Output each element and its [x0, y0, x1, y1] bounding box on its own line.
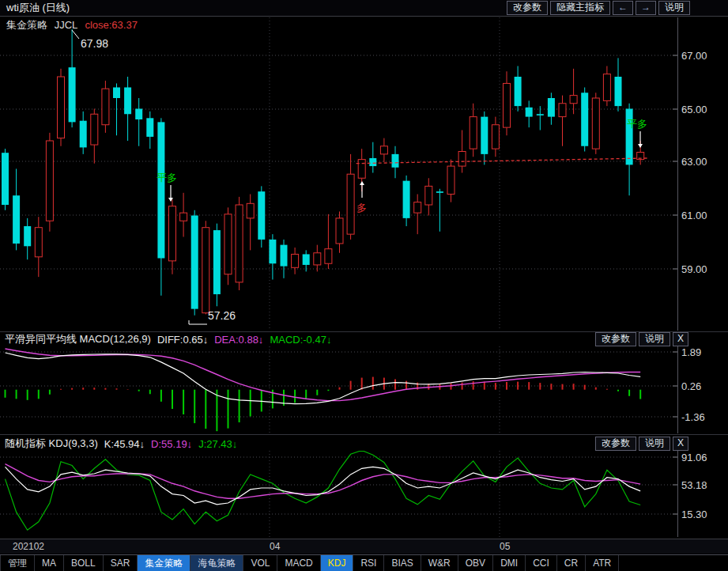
- candle-down: [80, 121, 87, 148]
- candle-up: [102, 89, 109, 125]
- kdj-d-value: D:55.19↓: [151, 438, 192, 450]
- y-axis-label: 53.18: [681, 479, 707, 491]
- toolbar-item-集金策略[interactable]: 集金策略: [138, 555, 190, 571]
- candle-down: [24, 226, 31, 246]
- candle-up: [425, 186, 432, 205]
- toolbar-item-管理[interactable]: 管理: [0, 555, 35, 571]
- titlebar-buttons: 改参数隐藏主指标←→说明: [507, 1, 690, 15]
- toolbar-item-SAR[interactable]: SAR: [104, 555, 138, 571]
- kdj-header-buttons: 改参数说明X: [595, 437, 688, 451]
- candle-down: [537, 114, 544, 115]
- toolbar-item-BOLL[interactable]: BOLL: [64, 555, 104, 571]
- y-axis-labels: 1.890.26-1.36: [681, 346, 705, 423]
- candle-up: [559, 104, 566, 117]
- candle-up: [458, 152, 466, 167]
- toolbar-item-DMI[interactable]: DMI: [493, 555, 526, 571]
- macd-chart-canvas[interactable]: 1.890.26-1.36: [0, 346, 728, 433]
- candle-up: [314, 253, 321, 265]
- titlebar-help-button[interactable]: 说明: [658, 1, 690, 15]
- candle-down: [548, 98, 555, 117]
- toolbar-item-KDJ[interactable]: KDJ: [321, 555, 354, 571]
- macd-change-params-button[interactable]: 改参数: [595, 332, 636, 346]
- candle-up: [292, 254, 299, 267]
- candle-down: [191, 216, 198, 309]
- candle-up: [470, 117, 477, 149]
- candle-down: [157, 122, 164, 258]
- candle-up: [592, 98, 599, 149]
- candle-down: [213, 230, 221, 294]
- candles: [2, 29, 644, 316]
- candle-down: [113, 88, 120, 99]
- candle-down: [269, 240, 276, 263]
- y-axis-labels: 67.0065.0063.0061.0059.00: [681, 50, 707, 275]
- y-axis-label: 63.00: [681, 156, 707, 168]
- candle-up: [447, 166, 455, 194]
- toolbar-item-ATR[interactable]: ATR: [586, 555, 619, 571]
- candle-up: [504, 83, 511, 127]
- candle-down: [392, 154, 399, 168]
- candle-up: [336, 218, 343, 244]
- candle-up: [414, 202, 421, 214]
- main-chart-canvas[interactable]: 67.0065.0063.0061.0059.0067.9857.26平多多平多: [0, 17, 728, 331]
- kdj-change-params-button[interactable]: 改参数: [595, 437, 636, 451]
- macd-close-button[interactable]: X: [673, 332, 688, 346]
- candle-up: [224, 214, 232, 274]
- macd-histogram: [6, 377, 641, 432]
- candle-down: [69, 67, 76, 122]
- toolbar-item-RSI[interactable]: RSI: [353, 555, 384, 571]
- low-annotation: 57.26: [208, 309, 236, 322]
- kdj-chart-canvas[interactable]: 91.0653.1815.30: [0, 451, 728, 537]
- kdj-help-button[interactable]: 说明: [639, 437, 670, 451]
- candle-down: [515, 77, 522, 106]
- macd-panel-header: 平滑异同平均线 MACD(12,26,9) DIFF:0.65↓ DEA:0.8…: [0, 332, 728, 346]
- candle-up: [58, 77, 65, 138]
- y-axis-label: 91.06: [681, 452, 707, 463]
- candle-down: [135, 109, 142, 120]
- macd-help-button[interactable]: 说明: [639, 332, 670, 346]
- j-line: [6, 451, 641, 530]
- candle-down: [124, 88, 131, 115]
- toolbar-item-MA[interactable]: MA: [35, 555, 64, 571]
- toolbar-item-MACD[interactable]: MACD: [277, 555, 320, 571]
- x-axis-label: 202102: [13, 541, 44, 552]
- flat-long-signal-2: 平多: [627, 118, 647, 130]
- kdj-k-value: K:45.94↓: [104, 438, 145, 450]
- macd-dea-value: DEA:0.88↓: [214, 334, 263, 346]
- kdj-title: 随机指标 KDJ(9,3,3): [5, 437, 98, 451]
- toolbar-item-VOL[interactable]: VOL: [243, 555, 277, 571]
- toolbar-item-W&R[interactable]: W&R: [421, 555, 458, 571]
- candle-down: [146, 118, 153, 137]
- titlebar-change-params-button[interactable]: 改参数: [507, 1, 548, 15]
- candle-up: [570, 96, 577, 104]
- toolbar-item-海龟策略[interactable]: 海龟策略: [190, 555, 243, 571]
- y-axis-label: -1.36: [681, 411, 705, 423]
- macd-title: 平滑异同平均线 MACD(12,26,9): [5, 332, 151, 346]
- y-axis-label: 1.89: [681, 346, 701, 358]
- flat-long-signal-1: 平多: [157, 172, 177, 183]
- candle-down: [369, 158, 376, 166]
- titlebar-next-arrow-button[interactable]: →: [636, 1, 656, 15]
- kdj-close-button[interactable]: X: [673, 437, 688, 451]
- long-signal: 多: [356, 202, 367, 214]
- candle-up: [603, 74, 610, 101]
- titlebar-hide-main-indicator-button[interactable]: 隐藏主指标: [550, 1, 610, 15]
- y-axis-label: 67.00: [681, 50, 707, 62]
- candle-up: [91, 114, 98, 145]
- candle-down: [403, 181, 410, 218]
- candle-down: [481, 117, 488, 154]
- page-title: wti原油 (日线): [6, 1, 70, 15]
- y-axis-label: 0.26: [681, 380, 701, 392]
- candle-up: [247, 203, 254, 218]
- x-axis-label: 04: [270, 541, 280, 552]
- titlebar-prev-arrow-button[interactable]: ←: [613, 1, 633, 15]
- toolbar-item-CR[interactable]: CR: [557, 555, 586, 571]
- diff-line: [6, 353, 641, 404]
- toolbar-item-BIAS[interactable]: BIAS: [384, 555, 421, 571]
- candle-down: [281, 245, 288, 267]
- y-axis-label: 61.00: [681, 210, 707, 221]
- candle-up: [358, 160, 365, 179]
- y-axis-labels: 91.0653.1815.30: [681, 452, 707, 520]
- toolbar-item-CCI[interactable]: CCI: [526, 555, 557, 571]
- toolbar-item-OBV[interactable]: OBV: [458, 555, 493, 571]
- candle-up: [169, 206, 176, 261]
